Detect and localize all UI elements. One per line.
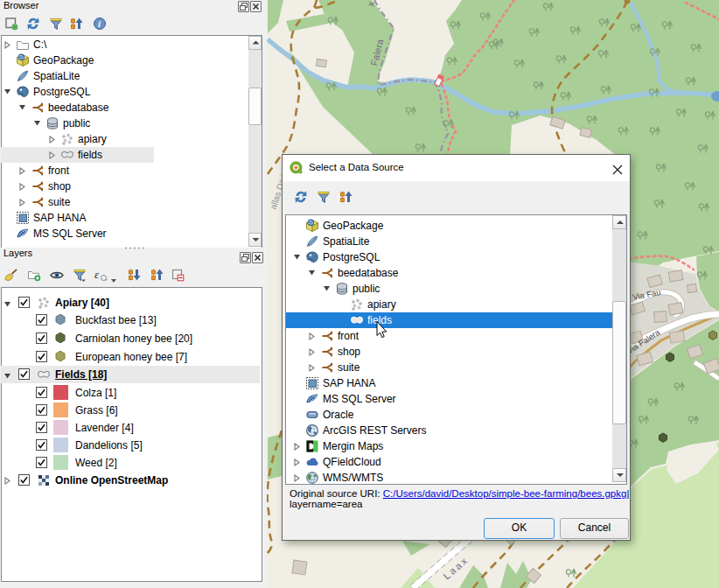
- svg-text:ε: ε: [94, 268, 100, 281]
